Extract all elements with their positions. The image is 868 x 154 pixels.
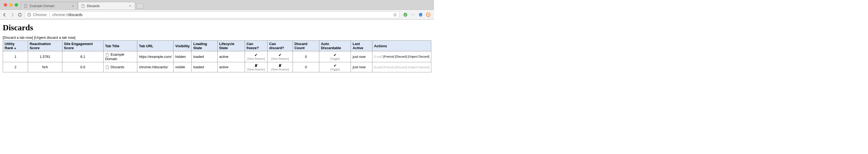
col-last-active[interactable]: Last Active	[351, 41, 372, 51]
table-row: 2 N/A 0.0 Discards chrome://discards/ vi…	[3, 62, 431, 72]
cell-tab-url: https://example.com/	[137, 51, 174, 62]
toggle-link[interactable]: [Toggle]	[321, 68, 349, 71]
browser-tab-discards[interactable]: Discards ×	[78, 2, 135, 9]
extension-icon[interactable]	[403, 12, 408, 17]
url-text: chrome://discards	[52, 12, 83, 17]
reload-button[interactable]	[18, 12, 22, 17]
page-icon	[105, 65, 109, 69]
action-freeze[interactable]: [Freeze]	[383, 55, 394, 58]
action-urgent-discard[interactable]: [Urgent Discard]	[408, 66, 429, 69]
discards-table: Utility Rank▲ Reactivation Score Site En…	[3, 41, 431, 72]
discard-a-tab-now-link[interactable]: [Discard a tab now]	[3, 35, 33, 40]
cell-auto-discardable: ✔ [Toggle]	[319, 51, 351, 62]
window-minimize-button[interactable]	[9, 3, 12, 6]
cell-site-engagement-score: 8.1	[62, 51, 103, 62]
toggle-link[interactable]: [Toggle]	[321, 57, 349, 60]
cell-utility-rank: 2	[3, 62, 28, 72]
col-site-engagement-score[interactable]: Site Engagement Score	[62, 41, 103, 51]
address-bar[interactable]: Chrome | chrome://discards	[25, 11, 399, 18]
extension-icons: •••	[402, 12, 432, 17]
cell-can-discard: ✘ [View Reason]	[268, 62, 292, 72]
cell-tab-title: Discards	[103, 62, 137, 72]
col-can-freeze[interactable]: Can freeze?	[245, 41, 268, 51]
toolbar: Chrome | chrome://discards •••	[0, 9, 434, 19]
page-icon	[81, 4, 85, 8]
col-discard-count[interactable]: Discard Count	[292, 41, 319, 51]
window-controls	[2, 0, 21, 9]
col-visibility[interactable]: Visibility	[174, 41, 191, 51]
cell-loading-state: loaded	[191, 51, 217, 62]
page-icon	[105, 53, 109, 57]
col-actions[interactable]: Actions	[372, 41, 431, 51]
cell-lifecycle-state: active	[217, 62, 245, 72]
bookmark-star-icon[interactable]	[393, 12, 397, 17]
action-freeze[interactable]: [Freeze]	[383, 66, 394, 69]
new-tab-button[interactable]	[137, 4, 143, 8]
back-button[interactable]	[2, 12, 7, 17]
page-content: Discards [Discard a tab now] [Urgent dis…	[0, 20, 434, 76]
cell-last-active: just now	[351, 62, 372, 72]
tab-title: Discards	[87, 4, 128, 8]
action-discard[interactable]: [Discard]	[395, 66, 407, 69]
url-divider: |	[49, 12, 50, 17]
url-scheme-label: Chrome	[33, 12, 46, 17]
cell-loading-state: loaded	[191, 62, 217, 72]
cell-tab-url: chrome://discards/	[137, 62, 174, 72]
col-auto-discardable[interactable]: Auto Discardable	[319, 41, 351, 51]
top-action-links: [Discard a tab now] [Urgent discard a ta…	[3, 35, 431, 40]
page-title: Discards	[3, 23, 431, 32]
cell-site-engagement-score: 0.0	[62, 62, 103, 72]
tab-title: Example Domain	[30, 4, 71, 8]
svg-point-5	[428, 14, 429, 15]
action-load[interactable]: [Load]	[374, 66, 382, 69]
cell-can-freeze: ✔ [View Reason]	[245, 51, 268, 62]
window-zoom-button[interactable]	[15, 3, 18, 6]
col-tab-url[interactable]: Tab URL	[137, 41, 174, 51]
view-reason-link[interactable]: [View Reason]	[269, 68, 291, 71]
extension-icon[interactable]	[418, 12, 423, 17]
col-reactivation-score[interactable]: Reactivation Score	[28, 41, 62, 51]
forward-button[interactable]	[10, 12, 15, 17]
cell-can-freeze: ✘ [View Reason]	[245, 62, 268, 72]
cell-auto-discardable: ✔ [Toggle]	[319, 62, 351, 72]
svg-rect-2	[29, 15, 29, 16]
cell-tab-title: Example Domain	[103, 51, 137, 62]
col-tab-title[interactable]: Tab Title	[103, 41, 137, 51]
action-load[interactable]: [Load]	[374, 55, 382, 58]
urgent-discard-a-tab-now-link[interactable]: [Urgent discard a tab now]	[34, 35, 75, 40]
view-reason-link[interactable]: [View Reason]	[247, 68, 266, 71]
sort-asc-icon: ▲	[14, 46, 17, 49]
view-reason-link[interactable]: [View Reason]	[247, 57, 266, 60]
browser-chrome: Example Domain × Discards × Chrome |	[0, 0, 434, 20]
action-discard[interactable]: [Discard]	[395, 55, 407, 58]
window-close-button[interactable]	[4, 3, 7, 6]
tab-strip: Example Domain × Discards ×	[0, 0, 434, 9]
svg-point-3	[403, 13, 407, 17]
col-can-discard[interactable]: Can discard?	[268, 41, 292, 51]
browser-tab-example-domain[interactable]: Example Domain ×	[21, 2, 78, 9]
cell-reactivation-score: N/A	[28, 62, 62, 72]
svg-point-1	[29, 14, 29, 14]
cell-actions: [Load] [Freeze] [Discard] [Urgent Discar…	[372, 62, 431, 72]
cell-lifecycle-state: active	[217, 51, 245, 62]
cell-discard-count: 0	[292, 62, 319, 72]
col-lifecycle-state[interactable]: Lifecycle State	[217, 41, 245, 51]
table-row: 1 1.5781 8.1 Example Domain https://exam…	[3, 51, 431, 62]
extension-icon[interactable]	[426, 12, 431, 17]
cell-visibility: visible	[174, 62, 191, 72]
close-icon[interactable]: ×	[71, 4, 75, 8]
view-reason-link[interactable]: [View Reason]	[269, 57, 291, 60]
cell-utility-rank: 1	[3, 51, 28, 62]
cell-reactivation-score: 1.5781	[28, 51, 62, 62]
col-loading-state[interactable]: Loading State	[191, 41, 217, 51]
action-urgent-discard[interactable]: [Urgent Discard]	[408, 55, 429, 58]
close-icon[interactable]: ×	[128, 4, 132, 8]
cell-actions: [Load] [Freeze] [Discard] [Urgent Discar…	[372, 51, 431, 62]
cell-discard-count: 0	[292, 51, 319, 62]
cell-visibility: hidden	[174, 51, 191, 62]
col-utility-rank[interactable]: Utility Rank▲	[3, 41, 28, 51]
extension-icon[interactable]: •••	[410, 12, 415, 17]
page-icon	[24, 4, 28, 8]
cell-can-discard: ✔ [View Reason]	[268, 51, 292, 62]
site-info-icon[interactable]	[27, 12, 31, 17]
